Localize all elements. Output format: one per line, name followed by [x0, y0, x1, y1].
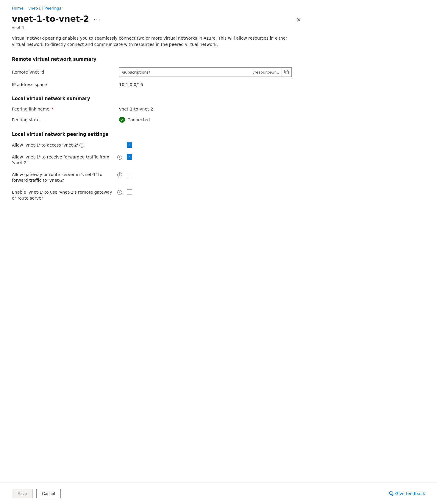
checkbox4-label-area: Enable 'vnet-1' to use 'vnet-2's remote … [12, 189, 122, 201]
checkbox1-label-area: Allow 'vnet-1' to access 'vnet-2' i [12, 142, 122, 148]
peering-state-value: Connected [119, 117, 150, 123]
footer-buttons: Save Cancel [12, 489, 61, 498]
peering-link-value: vnet-1-to-vnet-2 [119, 107, 153, 111]
checkbox4-info-icon[interactable]: i [117, 190, 122, 195]
checkbox4-input[interactable] [127, 189, 132, 195]
close-button[interactable]: ✕ [294, 16, 304, 24]
peering-state-label: Peering state [12, 117, 119, 122]
peering-settings-title: Local virtual network peering settings [12, 132, 304, 137]
save-button[interactable]: Save [12, 489, 33, 498]
page-title: vnet-1-to-vnet-2 [12, 14, 89, 24]
ip-address-value: 10.1.0.0/16 [119, 82, 143, 87]
peering-link-label: Peering link name * [12, 107, 119, 111]
local-summary-title: Local virtual network summary [12, 96, 304, 101]
copy-icon [284, 70, 289, 74]
checkbox3-label: Allow gateway or route server in 'vnet-1… [12, 172, 116, 183]
checkbox3-input[interactable] [127, 172, 132, 177]
checkbox2-label-area: Allow 'vnet-1' to receive forwarded traf… [12, 154, 122, 166]
breadcrumb: Home › vnet-1 | Peerings › [12, 6, 304, 10]
breadcrumb-home[interactable]: Home [12, 6, 23, 10]
checkbox4-row: Enable 'vnet-1' to use 'vnet-2's remote … [12, 189, 304, 201]
peering-state-row: Peering state Connected [12, 117, 304, 123]
cancel-button[interactable]: Cancel [36, 489, 61, 498]
breadcrumb-sep1: › [25, 6, 26, 10]
checkbox3-row: Allow gateway or route server in 'vnet-1… [12, 172, 304, 183]
copy-vnet-id-button[interactable] [282, 68, 291, 77]
checkbox1-info-icon[interactable]: i [79, 143, 84, 148]
connected-text: Connected [127, 117, 150, 122]
footer-bar: Save Cancel Give feedback [0, 483, 437, 504]
checkmark2: ✓ [128, 155, 131, 159]
feedback-icon [388, 491, 394, 496]
ip-address-row: IP address space 10.1.0.0/16 [12, 82, 304, 87]
checkbox3-info-icon[interactable]: i [117, 172, 122, 177]
page-subtitle: vnet-1 [12, 25, 304, 30]
checkbox3-label-area: Allow gateway or route server in 'vnet-1… [12, 172, 122, 183]
checkmark1: ✓ [128, 143, 131, 147]
remote-vnet-section: Remote virtual network summary Remote Vn… [12, 57, 304, 87]
peering-settings-section: Local virtual network peering settings A… [12, 132, 304, 201]
checkbox2-info-icon[interactable]: i [117, 155, 122, 160]
checkbox1-row: Allow 'vnet-1' to access 'vnet-2' i ✓ [12, 142, 304, 148]
peering-link-row: Peering link name * vnet-1-to-vnet-2 [12, 107, 304, 111]
ip-address-label: IP address space [12, 82, 119, 87]
svg-point-1 [389, 491, 392, 494]
remote-section-title: Remote virtual network summary [12, 57, 304, 62]
breadcrumb-peerings[interactable]: vnet-1 | Peerings [28, 6, 61, 10]
feedback-label: Give feedback [395, 491, 425, 496]
connected-status-icon [119, 117, 125, 123]
checkbox2-row: Allow 'vnet-1' to receive forwarded traf… [12, 154, 304, 166]
svg-rect-0 [286, 71, 288, 74]
required-indicator: * [51, 107, 54, 111]
checkmark-icon [120, 118, 124, 122]
checkbox4-label: Enable 'vnet-1' to use 'vnet-2's remote … [12, 189, 116, 201]
checkbox2-input[interactable]: ✓ [127, 154, 132, 160]
remote-vnet-id-row: Remote Vnet Id /subscriptions/ /resource… [12, 67, 304, 77]
give-feedback-link[interactable]: Give feedback [388, 491, 425, 496]
remote-vnet-id-label: Remote Vnet Id [12, 70, 119, 74]
more-options-button[interactable]: ··· [92, 15, 102, 23]
vnet-id-end: /resourceGr... [201, 70, 282, 74]
vnet-id-field: /subscriptions/ /resourceGr... [119, 67, 292, 77]
checkbox1-input[interactable]: ✓ [127, 142, 132, 148]
page-description: Virtual network peering enables you to s… [12, 35, 298, 48]
vnet-id-start: /subscriptions/ [119, 70, 201, 74]
checkbox1-label: Allow 'vnet-1' to access 'vnet-2' [12, 142, 78, 148]
checkbox2-label: Allow 'vnet-1' to receive forwarded traf… [12, 154, 116, 166]
local-summary-section: Local virtual network summary Peering li… [12, 96, 304, 123]
breadcrumb-sep2: › [63, 6, 64, 10]
